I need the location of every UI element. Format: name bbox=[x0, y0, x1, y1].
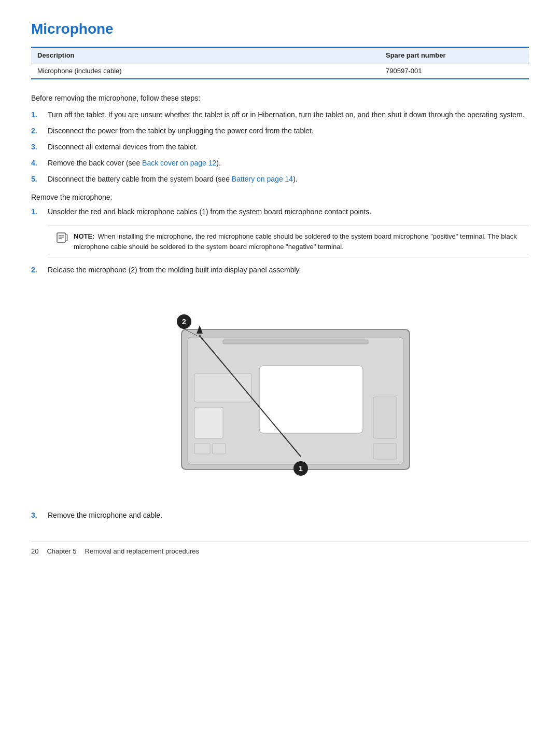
step-number: 2. bbox=[31, 126, 48, 136]
note-label: NOTE: bbox=[74, 232, 94, 240]
svg-rect-0 bbox=[57, 233, 65, 242]
table-header-description: Description bbox=[31, 47, 380, 63]
prereq-steps-list: 1.Turn off the tablet. If you are unsure… bbox=[31, 109, 529, 185]
step-text: Disconnect the power from the tablet by … bbox=[48, 126, 529, 136]
remove-step-3-list: 3.Remove the microphone and cable. bbox=[31, 510, 529, 521]
list-item: 4.Remove the back cover (see Back cover … bbox=[31, 158, 529, 169]
step-text: Release the microphone (2) from the mold… bbox=[48, 265, 529, 275]
step-number: 1. bbox=[31, 206, 48, 217]
step-text: Remove the microphone and cable. bbox=[48, 510, 529, 521]
list-item: 2.Disconnect the power from the tablet b… bbox=[31, 126, 529, 136]
list-item: 5.Disconnect the battery cable from the … bbox=[31, 174, 529, 185]
table-cell-description: Microphone (includes cable) bbox=[31, 63, 380, 79]
page-footer: 20 Chapter 5 Removal and replacement pro… bbox=[31, 542, 529, 555]
list-item: 1.Turn off the tablet. If you are unsure… bbox=[31, 109, 529, 120]
step-text: Disconnect all external devices from the… bbox=[48, 142, 529, 153]
list-item: 3.Remove the microphone and cable. bbox=[31, 510, 529, 521]
step-text: Unsolder the red and black microphone ca… bbox=[48, 206, 529, 217]
list-item: 1.Unsolder the red and black microphone … bbox=[31, 206, 529, 217]
note-content: NOTE:When installing the microphone, the… bbox=[74, 231, 522, 252]
step-text: Remove the back cover (see Back cover on… bbox=[48, 158, 529, 169]
svg-rect-5 bbox=[259, 366, 363, 433]
step-number: 4. bbox=[31, 158, 48, 169]
remove-heading: Remove the microphone: bbox=[31, 193, 529, 201]
step-link[interactable]: Battery on page 14 bbox=[232, 175, 293, 183]
intro-text: Before removing the microphone, follow t… bbox=[31, 94, 529, 102]
svg-rect-10 bbox=[373, 397, 397, 438]
step-number: 3. bbox=[31, 142, 48, 153]
svg-text:1: 1 bbox=[299, 464, 303, 473]
footer-page-number: 20 bbox=[31, 547, 38, 555]
diagram-container: 2 1 bbox=[31, 288, 529, 495]
table-header-spare-part: Spare part number bbox=[380, 47, 529, 63]
footer-chapter: Chapter 5 bbox=[47, 547, 76, 555]
table-cell-spare-part: 790597-001 bbox=[380, 63, 529, 79]
step-number: 2. bbox=[31, 265, 48, 275]
remove-step-2-list: 2.Release the microphone (2) from the mo… bbox=[31, 265, 529, 275]
parts-table: Description Spare part number Microphone… bbox=[31, 47, 529, 79]
note-icon bbox=[55, 232, 69, 243]
step-number: 3. bbox=[31, 510, 48, 521]
svg-rect-11 bbox=[373, 444, 397, 459]
step-link[interactable]: Back cover on page 12 bbox=[142, 159, 216, 167]
svg-rect-6 bbox=[194, 407, 223, 438]
list-item: 2.Release the microphone (2) from the mo… bbox=[31, 265, 529, 275]
list-item: 3.Disconnect all external devices from t… bbox=[31, 142, 529, 153]
tablet-diagram: 2 1 bbox=[130, 288, 430, 495]
svg-rect-4 bbox=[65, 234, 67, 241]
svg-text:2: 2 bbox=[182, 317, 186, 326]
footer-section: Removal and replacement procedures bbox=[85, 547, 199, 555]
remove-step-1-list: 1.Unsolder the red and black microphone … bbox=[31, 206, 529, 217]
step-number: 1. bbox=[31, 109, 48, 120]
note-text: When installing the microphone, the red … bbox=[74, 232, 517, 251]
step-text: Turn off the tablet. If you are unsure w… bbox=[48, 109, 529, 120]
svg-rect-12 bbox=[223, 340, 368, 344]
svg-rect-7 bbox=[194, 444, 210, 454]
svg-point-15 bbox=[199, 335, 201, 337]
page-title: Microphone bbox=[31, 21, 529, 37]
step-number: 5. bbox=[31, 174, 48, 185]
note-box: NOTE:When installing the microphone, the… bbox=[48, 226, 529, 257]
svg-rect-8 bbox=[213, 444, 226, 454]
table-row: Microphone (includes cable) 790597-001 bbox=[31, 63, 529, 79]
step-text: Disconnect the battery cable from the sy… bbox=[48, 174, 529, 185]
